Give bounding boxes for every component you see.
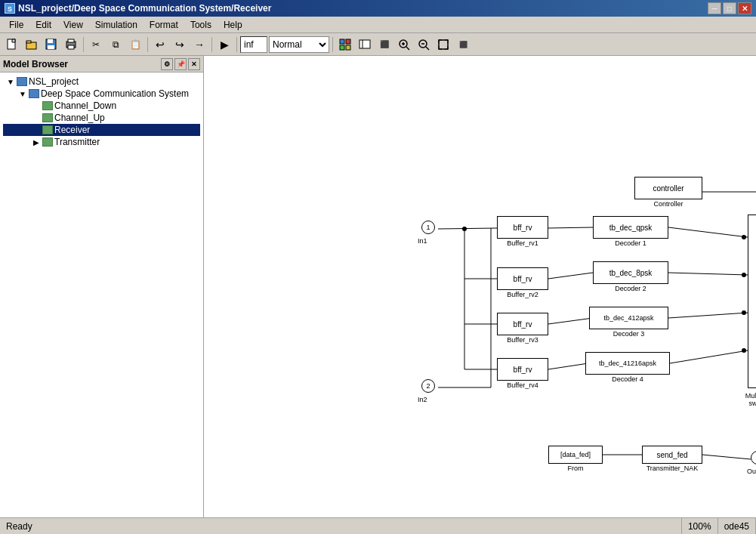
svg-line-31 bbox=[548, 273, 593, 279]
tree-item-transmitter[interactable]: ▶ Transmitter bbox=[3, 136, 200, 148]
tree-item-channel-up[interactable]: Channel_Up bbox=[3, 112, 200, 124]
svg-line-40 bbox=[670, 350, 748, 363]
canvas-area[interactable]: 1 In1 2 In2 bff_rv Buffer_rv1 bff_rv Buf… bbox=[204, 56, 756, 517]
tb-dec-412apsk-sublabel: Decoder 3 bbox=[582, 330, 676, 338]
model-explorer-button[interactable] bbox=[356, 35, 374, 54]
sidebar-lock-button[interactable]: 📌 bbox=[174, 58, 187, 70]
sep2 bbox=[147, 37, 148, 52]
block-bff-rv2[interactable]: bff_rv Buffer_rv2 bbox=[497, 267, 548, 290]
svg-line-34 bbox=[668, 227, 748, 237]
expand-icon-deep-space[interactable]: ▼ bbox=[17, 90, 29, 98]
zoom-label: 100% bbox=[688, 521, 711, 532]
in2-text: In2 bbox=[418, 396, 427, 403]
status-text: Ready bbox=[0, 518, 682, 534]
cut-button[interactable]: ✂ bbox=[87, 35, 105, 54]
block-bff-rv4[interactable]: bff_rv Buffer_rv4 bbox=[497, 358, 548, 381]
svg-rect-8 bbox=[68, 45, 74, 49]
svg-rect-22 bbox=[439, 40, 448, 49]
menu-help[interactable]: Help bbox=[218, 18, 248, 32]
svg-rect-11 bbox=[340, 45, 344, 50]
statusbar: Ready 100% ode45 bbox=[0, 517, 756, 534]
in1-text: In1 bbox=[418, 237, 427, 245]
simulation-mode-select[interactable]: Normal Accelerator Rapid Accelerator bbox=[269, 36, 329, 53]
tb-dec-41216apsk-sublabel: Decoder 4 bbox=[578, 375, 677, 383]
debugger-button[interactable]: ⬛ bbox=[375, 35, 393, 54]
block-in2[interactable]: 2 bbox=[421, 379, 435, 393]
sidebar: Model Browser ⚙ 📌 ✕ ▼ NSL_project ▼ Deep… bbox=[0, 56, 204, 517]
close-button[interactable]: ✕ bbox=[738, 2, 751, 14]
expand-icon-transmitter[interactable]: ▶ bbox=[30, 138, 42, 147]
tree-item-nsl-project[interactable]: ▼ NSL_project bbox=[3, 76, 200, 88]
block-multiport-switch[interactable] bbox=[748, 215, 756, 388]
svg-line-33 bbox=[548, 363, 588, 369]
app-icon: S bbox=[5, 3, 15, 14]
copy-button[interactable]: ⧉ bbox=[106, 35, 125, 54]
expand-icon[interactable]: ▼ bbox=[5, 78, 17, 86]
block-bff-rv3[interactable]: bff_rv Buffer_rv3 bbox=[497, 313, 548, 335]
run-button[interactable]: ▶ bbox=[215, 35, 233, 54]
tree-label-channel-down: Channel_Down bbox=[54, 100, 116, 111]
block-tb-dec-qpsk[interactable]: tb_dec_qpsk Decoder 1 bbox=[593, 216, 668, 239]
maximize-button[interactable]: □ bbox=[723, 2, 736, 14]
tb-dec-8psk-label: tb_dec_8psk bbox=[609, 269, 653, 277]
bff-rv2-label: bff_rv bbox=[514, 275, 532, 283]
sidebar-header: Model Browser ⚙ 📌 ✕ bbox=[0, 56, 203, 73]
sidebar-close-button[interactable]: ✕ bbox=[188, 58, 200, 70]
block-tb-dec-412apsk[interactable]: tb_dec_412apsk Decoder 3 bbox=[589, 307, 668, 329]
block-controller[interactable]: controller Controller bbox=[634, 177, 702, 199]
tree-label-deep-space: Deep Space Communication System bbox=[41, 88, 189, 99]
tree-item-deep-space[interactable]: ▼ Deep Space Communication System bbox=[3, 88, 200, 100]
svg-rect-4 bbox=[48, 39, 53, 43]
block-bff-rv1[interactable]: bff_rv Buffer_rv1 bbox=[497, 216, 548, 239]
project-icon bbox=[17, 77, 27, 86]
block-tb-dec-41216apsk[interactable]: tb_dec_41216apsk Decoder 4 bbox=[585, 352, 670, 375]
fit-button[interactable] bbox=[434, 35, 452, 54]
bff-rv4-sublabel: Buffer_rv4 bbox=[492, 381, 552, 389]
block-out1[interactable]: 1 bbox=[751, 451, 756, 465]
zoom-out-button[interactable] bbox=[415, 35, 433, 54]
print-button[interactable] bbox=[62, 35, 80, 54]
simulink-canvas: 1 In1 2 In2 bff_rv Buffer_rv1 bff_rv Buf… bbox=[204, 56, 756, 517]
from-label: [data_fed] bbox=[560, 451, 591, 458]
library-button[interactable] bbox=[336, 35, 354, 54]
model-icon-deep-space bbox=[29, 89, 39, 98]
tb-dec-qpsk-label: tb_dec_qpsk bbox=[609, 224, 653, 232]
save-button[interactable] bbox=[42, 35, 60, 54]
from-sublabel: From bbox=[544, 465, 607, 472]
bff-rv4-label: bff_rv bbox=[514, 366, 532, 374]
tree-item-channel-down[interactable]: Channel_Down bbox=[3, 100, 200, 112]
new-button[interactable] bbox=[3, 35, 21, 54]
model-browser-title: Model Browser bbox=[3, 59, 161, 69]
menu-view[interactable]: View bbox=[57, 18, 89, 32]
menu-tools[interactable]: Tools bbox=[184, 18, 218, 32]
block-in1[interactable]: 1 bbox=[421, 221, 435, 234]
menu-simulation[interactable]: Simulation bbox=[89, 18, 143, 32]
titlebar: S NSL_project/Deep Space Communication S… bbox=[0, 0, 756, 17]
forward-button[interactable]: → bbox=[190, 35, 208, 54]
tree-label-receiver: Receiver bbox=[54, 125, 90, 135]
zoom-in-button[interactable] bbox=[395, 35, 413, 54]
bff-rv1-sublabel: Buffer_rv1 bbox=[492, 239, 552, 247]
block-tb-dec-8psk[interactable]: tb_dec_8psk Decoder 2 bbox=[593, 261, 668, 284]
stop-button[interactable]: ⬛ bbox=[454, 35, 472, 54]
menu-format[interactable]: Format bbox=[143, 18, 184, 32]
block-icon-channel-up bbox=[42, 113, 53, 122]
block-send-fed[interactable]: send_fed Transmitter_NAK bbox=[642, 446, 702, 464]
minimize-button[interactable]: ─ bbox=[708, 2, 721, 14]
svg-line-23 bbox=[438, 228, 497, 229]
tree-item-receiver[interactable]: Receiver bbox=[3, 124, 200, 136]
block-icon-channel-down bbox=[42, 101, 53, 110]
simulation-time-input[interactable] bbox=[240, 36, 267, 53]
open-button[interactable] bbox=[23, 35, 41, 54]
svg-line-51 bbox=[702, 455, 751, 459]
controller-label: controller bbox=[653, 184, 683, 193]
menu-file[interactable]: File bbox=[3, 18, 29, 32]
sidebar-config-button[interactable]: ⚙ bbox=[161, 58, 173, 70]
block-from[interactable]: [data_fed] From bbox=[548, 446, 603, 464]
redo-button[interactable]: ↪ bbox=[171, 35, 189, 54]
paste-button[interactable]: 📋 bbox=[126, 35, 144, 54]
menu-edit[interactable]: Edit bbox=[29, 18, 57, 32]
undo-button[interactable]: ↩ bbox=[151, 35, 169, 54]
svg-rect-10 bbox=[346, 39, 350, 44]
svg-point-35 bbox=[742, 235, 746, 239]
